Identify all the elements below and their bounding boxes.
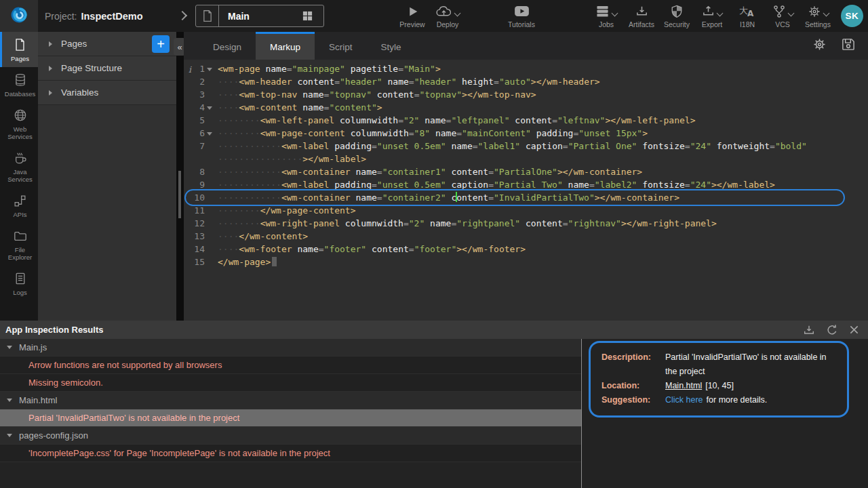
close-button[interactable] [849,325,859,335]
code-token: "PartialOne" [494,167,557,177]
sidebar-item-file-explorer[interactable]: File Explorer [0,223,38,266]
code-token: = [552,115,557,125]
description-value: Partial 'InvalidPartialTwo' is not avail… [665,350,836,379]
scrollbar-thumb[interactable] [178,171,181,218]
svg-text:A: A [747,9,754,18]
topbar-action-i18n[interactable]: 大AI18N [733,3,762,28]
add-page-button[interactable]: + [152,35,170,53]
project-name: InspectDemo [81,11,142,22]
code-token: = [488,192,494,203]
code-token: = [372,180,377,190]
markup-settings-gear-icon[interactable] [812,37,827,54]
inspection-error-row[interactable]: Partial 'InvalidPartialTwo' is not avail… [0,409,581,427]
topbar-action-preview[interactable]: Preview [398,3,427,28]
inspection-error-row[interactable]: 'IncompletePage.css' for Page 'Incomplet… [0,445,581,462]
code-line[interactable]: 1<wm-page name="mainpage" pagetitle="Mai… [184,62,868,75]
topbar-action-iconwrap [514,3,530,19]
inspection-error-row[interactable]: Arrow functions are not supported by all… [0,357,581,374]
code-line[interactable]: 5········<wm-left-panel columnwidth="2" … [184,114,868,127]
code-token: name [292,244,319,254]
java-icon [13,150,28,165]
inspection-group-pages-config-json[interactable]: pages-config.json [0,427,581,445]
chevron-down-icon[interactable] [823,10,829,17]
code-line[interactable]: 7············<wm-label padding="unset 0.… [184,140,868,152]
indent-guides: ········ [218,218,260,228]
code-line[interactable]: 3····<wm-top-nav name="topnav" content="… [184,88,868,101]
left-rail: PagesDatabasesWeb ServicesJava ServicesA… [0,32,38,321]
chevron-right-icon[interactable] [178,11,187,20]
fold-caret-icon[interactable] [207,132,212,136]
code-line[interactable]: 13····</wm-content> [184,230,868,243]
code-text: ····<wm-top-nav name="topnav" content="t… [214,88,536,101]
topbar-action-label: Security [664,20,690,28]
code-line[interactable]: 10············<wm-container name="contai… [184,191,868,204]
user-avatar[interactable]: SK [841,5,863,27]
chevron-down-icon[interactable] [454,10,461,17]
fold-caret-icon[interactable] [207,68,212,71]
inspection-group-main-js[interactable]: Main.js [0,339,581,357]
chevron-down-icon[interactable] [717,10,724,17]
code-line[interactable]: 8············<wm-container name="contain… [184,165,868,178]
code-token: <wm-page-content [260,128,345,138]
code-line[interactable]: 9············<wm-label padding="unset 0.… [184,178,868,191]
app-logo[interactable] [0,0,38,32]
code-token: columnwidth [334,115,398,125]
topbar-action-tutorials[interactable]: Tutorials [507,3,536,28]
code-token: = [403,218,409,228]
save-icon[interactable] [841,37,855,54]
sidebar-item-logs[interactable]: Logs [0,266,38,301]
code-line[interactable]: 14····<wm-footer name="footer" content="… [184,243,868,256]
tab-style[interactable]: Style [367,32,416,60]
location-file-link[interactable]: Main.html [665,381,702,390]
sidebar-item-databases[interactable]: Databases [0,67,38,102]
code-token: = [456,128,462,138]
sidebar-item-java-services[interactable]: Java Services [0,145,38,188]
sidebar-item-pages[interactable]: Pages [0,32,38,67]
code-token: name [297,102,323,113]
code-line[interactable]: 4····<wm-content name="content"> [184,101,868,114]
refresh-button[interactable] [826,324,838,336]
tree-section-pages[interactable]: Pages+ [38,32,176,56]
topbar-action-jobs[interactable]: Jobs [592,3,620,28]
tree-section-page-structure[interactable]: Page Structure [38,56,176,81]
tree-section-variables[interactable]: Variables [38,81,176,105]
topbar-action-artifacts[interactable]: Artifacts [627,3,656,28]
inspection-error-row[interactable]: Missing semicolon. [0,374,581,392]
inspection-header-icons [803,324,859,336]
sidebar-item-apis[interactable]: APIs [0,188,38,223]
code-token: = [287,64,292,74]
topbar-action-security[interactable]: Security [663,3,691,28]
code-line[interactable]: 6········<wm-page-content columnwidth="8… [184,127,868,140]
tab-design[interactable]: Design [199,32,256,60]
code-line[interactable]: 12········<wm-right-panel columnwidth="2… [184,217,868,230]
code-line[interactable]: ················></wm-label> [184,152,868,165]
code-line[interactable]: 2····<wm-header content="header" name="h… [184,75,868,88]
code-token: content [292,77,335,87]
code-token: name [382,77,409,87]
grid-icon[interactable] [302,10,323,22]
chevron-down-icon[interactable] [7,434,12,437]
inspection-panel: App Inspection Results Main.jsArrow func… [0,321,868,488]
page-selector[interactable]: Main [195,5,324,27]
suggestion-link[interactable]: Click here [665,395,703,405]
code-line[interactable]: 15</wm-page> [184,256,868,268]
topbar-action-deploy[interactable]: Deploy [433,3,462,28]
topbar-action-settings[interactable]: Settings [804,3,832,28]
code-token: name [351,167,377,177]
chevron-down-icon[interactable] [7,399,12,402]
sidebar-item-web-services[interactable]: Web Services [0,102,38,145]
topbar-action-export[interactable]: Export [698,3,726,28]
code-text: ····</wm-content> [214,230,308,243]
code-line[interactable]: 11········</wm-page-content> [184,204,868,217]
code-editor[interactable]: i 1<wm-page name="mainpage" pagetitle="M… [184,60,868,321]
inspection-group-main-html[interactable]: Main.html [0,392,581,409]
chevron-down-icon[interactable] [7,346,12,349]
tab-script[interactable]: Script [315,32,367,60]
fold-caret-icon[interactable] [207,106,212,110]
code-token: "24" [690,180,711,190]
chevron-down-icon[interactable] [612,10,618,17]
tab-markup[interactable]: Markup [256,32,315,60]
topbar-action-vcs[interactable]: VCS [768,3,797,28]
download-button[interactable] [803,324,815,336]
chevron-down-icon[interactable] [787,10,794,17]
